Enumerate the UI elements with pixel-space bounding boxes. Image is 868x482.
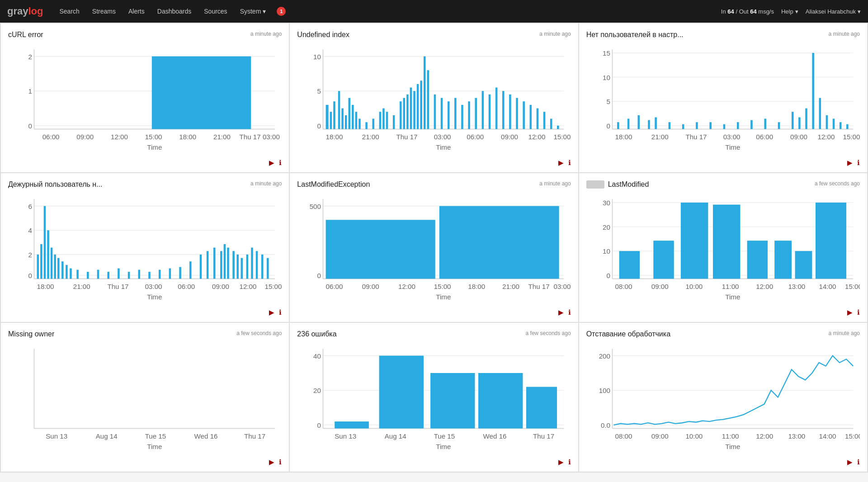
svg-rect-165 [251, 248, 253, 279]
card-header: Отставание обработчика a minute ago [586, 330, 860, 338]
navbar: graylog Search Streams Alerts Dashboards… [0, 0, 868, 23]
brand[interactable]: graylog [7, 5, 43, 17]
card-time: a few seconds ago [236, 330, 282, 336]
notification-badge[interactable]: 1 [277, 7, 286, 16]
svg-rect-32 [349, 98, 351, 129]
play-icon[interactable]: ▶ [269, 458, 274, 466]
svg-rect-133 [37, 255, 39, 279]
card-header: LastModifiedException a minute ago [297, 180, 571, 189]
info-icon[interactable]: ℹ [279, 308, 282, 317]
card-header: LastModified a few seconds ago [586, 180, 860, 189]
info-icon[interactable]: ℹ [568, 458, 571, 466]
play-icon[interactable]: ▶ [558, 159, 564, 167]
svg-rect-157 [213, 248, 216, 279]
nav-dashboards[interactable]: Dashboards [152, 0, 197, 23]
card-title: Undefined index [297, 31, 349, 39]
card-footer: ▶ ℹ [297, 157, 571, 167]
chart-svg: Messages 2 1 0 06:00 09:00 12:00 15:00 [8, 43, 282, 153]
svg-text:Sun 13: Sun 13 [46, 433, 67, 440]
svg-text:Time: Time [725, 293, 740, 301]
svg-rect-63 [516, 98, 519, 129]
svg-rect-168 [267, 258, 269, 279]
play-icon[interactable]: ▶ [269, 308, 274, 317]
svg-text:06:00: 06:00 [467, 133, 484, 141]
chart-svg: Messages 10 5 0 [297, 43, 571, 153]
svg-rect-101 [750, 120, 753, 129]
svg-text:15: 15 [603, 49, 610, 57]
svg-rect-106 [805, 109, 807, 129]
card-curl-error: cURL error a minute ago Messages 2 1 0 [1, 24, 289, 172]
svg-rect-55 [462, 105, 464, 129]
card-time: a minute ago [829, 330, 860, 336]
svg-rect-134 [40, 244, 42, 279]
nav-streams[interactable]: Streams [87, 0, 121, 23]
info-icon[interactable]: ℹ [568, 308, 571, 317]
info-icon[interactable]: ℹ [857, 458, 860, 466]
svg-rect-149 [138, 270, 141, 279]
svg-text:30: 30 [603, 199, 610, 207]
svg-rect-42 [400, 101, 402, 129]
chart-area: Messages 30 20 10 0 [586, 192, 860, 303]
svg-text:03:00: 03:00 [723, 133, 740, 141]
card-otstavanie: Отставание обработчика a minute ago ctxt… [579, 323, 867, 472]
card-header: Missing owner a few seconds ago [8, 330, 282, 338]
svg-rect-150 [148, 272, 151, 279]
play-icon[interactable]: ▶ [847, 159, 853, 167]
svg-text:0: 0 [28, 122, 32, 130]
svg-text:Aug 14: Aug 14 [96, 433, 118, 440]
svg-rect-135 [44, 206, 46, 279]
svg-rect-47 [417, 84, 419, 129]
svg-text:21:00: 21:00 [651, 133, 668, 141]
svg-text:06:00: 06:00 [178, 283, 195, 291]
chart-svg: Messages Sun 13 Aug 14 Tue 15 Wed 16 Thu… [8, 342, 282, 453]
card-title: 236 ошибка [297, 330, 336, 338]
user-menu[interactable]: Aliaksei Harabchuk ▾ [806, 8, 861, 15]
svg-rect-38 [379, 112, 382, 129]
nav-system[interactable]: System ▾ [235, 0, 272, 23]
svg-text:03:00: 03:00 [554, 283, 571, 291]
svg-rect-54 [454, 98, 457, 129]
info-icon[interactable]: ℹ [857, 308, 860, 317]
play-icon[interactable]: ▶ [847, 308, 853, 317]
svg-text:10: 10 [603, 247, 610, 255]
play-icon[interactable]: ▶ [847, 458, 853, 466]
play-icon[interactable]: ▶ [269, 159, 274, 167]
svg-text:18:00: 18:00 [179, 133, 196, 141]
bar [152, 57, 251, 129]
svg-rect-56 [468, 101, 471, 129]
svg-rect-37 [373, 119, 375, 129]
info-icon[interactable]: ℹ [568, 159, 571, 167]
nav-search[interactable]: Search [54, 0, 85, 23]
svg-text:09:00: 09:00 [76, 133, 94, 141]
help-button[interactable]: Help ▾ [781, 8, 798, 15]
play-icon[interactable]: ▶ [558, 458, 564, 466]
svg-text:0: 0 [317, 122, 321, 130]
svg-rect-155 [200, 255, 202, 279]
svg-rect-148 [128, 272, 130, 279]
svg-rect-110 [832, 119, 835, 129]
svg-rect-185 [326, 220, 435, 279]
svg-rect-245 [478, 373, 523, 429]
svg-text:Time: Time [147, 443, 162, 451]
svg-rect-138 [54, 255, 56, 279]
svg-rect-65 [530, 105, 532, 129]
card-footer: ▶ ℹ [586, 157, 860, 167]
play-icon[interactable]: ▶ [558, 308, 564, 317]
svg-rect-36 [366, 122, 368, 129]
card-footer: ▶ ℹ [8, 157, 282, 167]
svg-rect-214 [816, 203, 846, 279]
brand-gray: gray [7, 5, 28, 17]
info-icon[interactable]: ℹ [279, 159, 282, 167]
svg-rect-50 [427, 70, 429, 129]
svg-rect-208 [653, 241, 674, 279]
card-header: 236 ошибка a few seconds ago [297, 330, 571, 338]
card-footer: ▶ ℹ [297, 307, 571, 317]
nav-alerts[interactable]: Alerts [123, 0, 150, 23]
svg-text:03:00: 03:00 [145, 283, 162, 291]
info-icon[interactable]: ℹ [857, 159, 860, 167]
svg-text:40: 40 [313, 352, 321, 360]
svg-rect-207 [619, 251, 639, 279]
info-icon[interactable]: ℹ [279, 458, 282, 466]
svg-rect-34 [355, 112, 358, 129]
nav-sources[interactable]: Sources [198, 0, 232, 23]
